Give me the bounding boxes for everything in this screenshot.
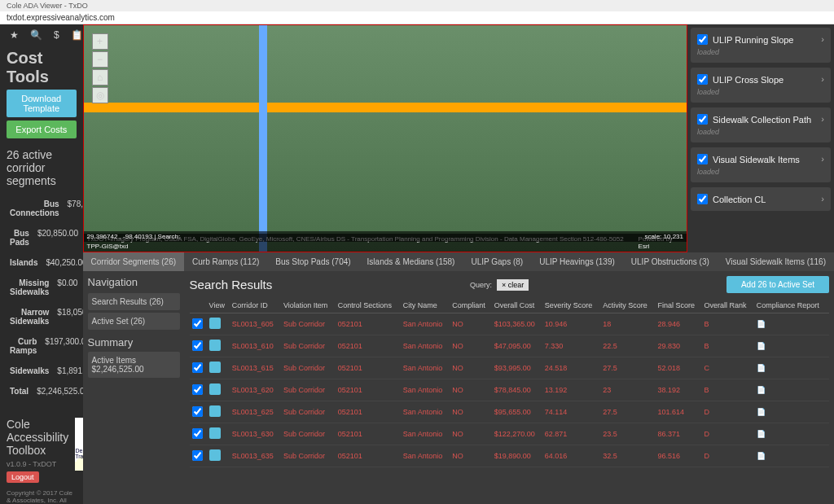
- toolbar: ★ 🔍 $ 📋 ☑: [7, 24, 77, 46]
- report-icon[interactable]: 📄: [757, 386, 766, 394]
- column-header[interactable]: Final Score: [655, 298, 701, 313]
- column-header[interactable]: Activity Score: [600, 298, 655, 313]
- view-icon[interactable]: [209, 449, 221, 461]
- browser-tab-title[interactable]: Cole ADA Viewer - TxDO: [7, 2, 88, 10]
- corridor-id[interactable]: SL0013_635: [230, 445, 281, 467]
- browser-url-bar[interactable]: txdot.expressiveanalytics.com: [0, 11, 834, 24]
- layer-checkbox[interactable]: [697, 194, 708, 204]
- export-costs-button[interactable]: Export Costs: [7, 121, 77, 138]
- violation-item: Sub Corridor: [281, 357, 336, 379]
- tab[interactable]: Curb Ramps (112): [184, 252, 267, 271]
- severity-score: 10.946: [542, 313, 601, 335]
- corridor-id[interactable]: SL0013_610: [230, 335, 281, 357]
- column-header[interactable]: View: [207, 298, 230, 313]
- zoom-out-button[interactable]: −: [92, 51, 108, 68]
- table-row: SL0013_630 Sub Corridor 052101 San Anton…: [190, 423, 829, 445]
- corridor-id[interactable]: SL0013_620: [230, 379, 281, 401]
- view-icon[interactable]: [209, 318, 221, 329]
- overall-rank: B: [702, 335, 754, 357]
- view-icon[interactable]: [209, 405, 221, 417]
- download-template-button[interactable]: Download Template: [7, 90, 77, 117]
- final-score: 101.614: [655, 401, 701, 423]
- row-checkbox[interactable]: [192, 318, 203, 329]
- locate-button[interactable]: ◎: [92, 87, 108, 103]
- overall-rank: C: [702, 357, 754, 379]
- activity-score: 22.5: [600, 335, 655, 357]
- map[interactable]: + − ⌂ ◎ TxDOT•Imagery Program, USDA FSA,…: [83, 24, 687, 252]
- column-header[interactable]: Violation Item: [281, 298, 336, 313]
- search-icon[interactable]: 🔍: [30, 29, 42, 41]
- clear-button[interactable]: × clear: [497, 279, 529, 291]
- control-sections: 052101: [336, 313, 401, 335]
- add-to-active-button[interactable]: Add 26 to Active Set: [726, 276, 829, 293]
- row-checkbox[interactable]: [192, 340, 203, 351]
- view-icon[interactable]: [209, 340, 221, 351]
- row-checkbox[interactable]: [192, 406, 203, 417]
- violation-item: Sub Corridor: [281, 379, 336, 401]
- home-button[interactable]: ⌂: [92, 69, 108, 85]
- tab[interactable]: Corridor Segments (26): [83, 252, 184, 271]
- nav-item[interactable]: Active Set (26): [88, 313, 180, 330]
- view-icon[interactable]: [209, 427, 221, 439]
- layer-item[interactable]: ULIP Running Slope›loaded: [691, 28, 831, 63]
- report-icon[interactable]: 📄: [757, 364, 766, 372]
- map-coords: 29.396742 , -98.40193 | Search:: [87, 233, 181, 240]
- column-header[interactable]: Compliance Report: [754, 298, 829, 313]
- report-icon[interactable]: 📄: [757, 342, 766, 350]
- tabs-bar: Corridor Segments (26)Curb Ramps (112)Bu…: [83, 252, 834, 271]
- layer-item[interactable]: ULIP Cross Slope›loaded: [691, 68, 831, 103]
- view-icon[interactable]: [209, 362, 221, 373]
- layer-item[interactable]: Collection CL›: [691, 187, 831, 211]
- tab[interactable]: Visual Sidewalk Items (116): [718, 252, 834, 271]
- column-header[interactable]: Overall Cost: [492, 298, 542, 313]
- column-header[interactable]: Control Sections: [336, 298, 401, 313]
- severity-score: 7.330: [542, 335, 601, 357]
- row-checkbox[interactable]: [192, 428, 203, 439]
- cost-value: $197,300.00: [37, 337, 82, 355]
- column-header[interactable]: City Name: [401, 298, 450, 313]
- cost-label: Total: [10, 387, 29, 396]
- city-name: San Antonio: [401, 335, 450, 357]
- corridor-id[interactable]: SL0013_615: [230, 357, 281, 379]
- corridor-id[interactable]: SL0013_625: [230, 401, 281, 423]
- tab[interactable]: Bus Stop Pads (704): [267, 252, 358, 271]
- column-header[interactable]: Compliant: [450, 298, 492, 313]
- view-icon[interactable]: [209, 383, 221, 395]
- results-table: ViewCorridor IDViolation ItemControl Sec…: [190, 298, 829, 467]
- tab[interactable]: ULIP Gaps (8): [463, 252, 531, 271]
- zoom-in-button[interactable]: +: [92, 33, 108, 50]
- dollar-icon[interactable]: $: [54, 29, 59, 41]
- cost-row: Islands$40,250.00: [7, 252, 77, 273]
- severity-score: 13.192: [542, 379, 601, 401]
- tab[interactable]: ULIP Heavings (139): [531, 252, 623, 271]
- tab[interactable]: Islands & Medians (158): [359, 252, 463, 271]
- layer-checkbox[interactable]: [697, 114, 708, 125]
- nav-item[interactable]: Search Results (26): [88, 293, 180, 310]
- layer-item[interactable]: Visual Sidewalk Items›loaded: [691, 147, 831, 182]
- report-icon[interactable]: 📄: [757, 430, 766, 438]
- layer-status: loaded: [697, 128, 824, 136]
- clipboard-icon[interactable]: 📋: [71, 29, 83, 41]
- row-checkbox[interactable]: [192, 362, 203, 373]
- nav-title: Navigation: [88, 276, 180, 288]
- column-header[interactable]: [190, 298, 207, 313]
- column-header[interactable]: Severity Score: [542, 298, 601, 313]
- tab[interactable]: ULIP Obstructions (3): [623, 252, 718, 271]
- corridor-id[interactable]: SL0013_630: [230, 423, 281, 445]
- logout-button[interactable]: Logout: [7, 471, 39, 483]
- column-header[interactable]: Overall Rank: [702, 298, 754, 313]
- layer-checkbox[interactable]: [697, 74, 708, 85]
- report-icon[interactable]: 📄: [757, 452, 766, 460]
- corridor-id[interactable]: SL0013_605: [230, 313, 281, 335]
- row-checkbox[interactable]: [192, 450, 203, 461]
- layer-checkbox[interactable]: [697, 154, 708, 164]
- column-header[interactable]: Corridor ID: [230, 298, 281, 313]
- row-checkbox[interactable]: [192, 384, 203, 395]
- report-icon[interactable]: 📄: [757, 408, 766, 416]
- severity-score: 24.518: [542, 357, 601, 379]
- star-icon[interactable]: ★: [10, 29, 19, 41]
- report-icon[interactable]: 📄: [757, 320, 766, 328]
- layer-checkbox[interactable]: [697, 34, 708, 45]
- nav-panel: Navigation Search Results (26)Active Set…: [83, 271, 185, 504]
- layer-item[interactable]: Sidewalk Collection Path›loaded: [691, 107, 831, 142]
